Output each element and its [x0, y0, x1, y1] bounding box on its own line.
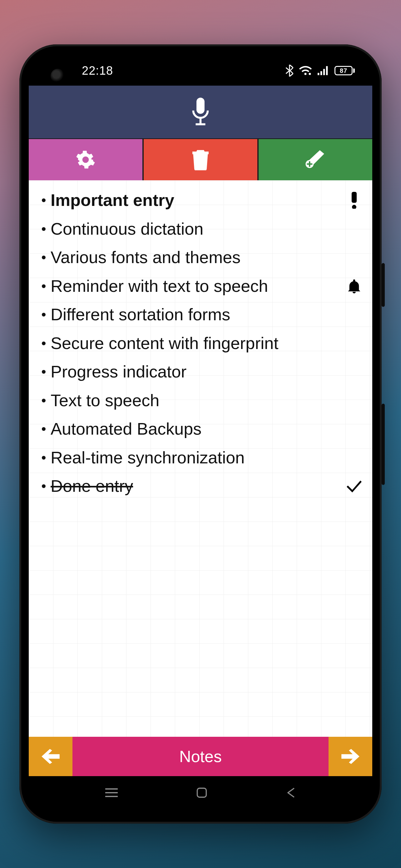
arrow-left-icon — [41, 749, 60, 764]
delete-button[interactable] — [144, 139, 259, 180]
note-text: Real-time synchronization — [51, 447, 345, 468]
prev-list-button[interactable] — [29, 737, 72, 776]
note-item[interactable]: •Continuous dictation — [29, 215, 372, 243]
battery-indicator: 87 — [334, 66, 355, 75]
svg-rect-5 — [196, 97, 205, 114]
gear-icon — [76, 150, 95, 169]
note-item[interactable]: •Automated Backups — [29, 415, 372, 443]
home-icon[interactable] — [196, 787, 207, 798]
signal-icon — [318, 66, 329, 75]
bullet-icon: • — [37, 449, 51, 466]
note-item[interactable]: •Done entry — [29, 472, 372, 501]
note-item[interactable]: •Important entry — [29, 186, 372, 215]
bottom-nav: Notes — [29, 737, 372, 776]
wifi-icon — [299, 66, 312, 75]
note-text: Important entry — [51, 190, 345, 211]
android-nav-bar — [29, 776, 372, 809]
note-badge — [345, 480, 363, 492]
settings-button[interactable] — [29, 139, 144, 180]
svg-point-0 — [309, 73, 311, 75]
note-text: Different sortation forms — [51, 304, 345, 325]
bullet-icon: • — [37, 191, 51, 209]
bullet-icon: • — [37, 220, 51, 238]
recent-apps-icon[interactable] — [105, 788, 118, 798]
action-bar — [29, 139, 372, 180]
bullet-icon: • — [37, 363, 51, 380]
note-badge — [345, 278, 363, 293]
note-item[interactable]: •Text to speech — [29, 386, 372, 415]
bullet-icon: • — [37, 335, 51, 352]
screen: 22:18 87 — [29, 56, 372, 809]
bullet-icon: • — [37, 277, 51, 294]
svg-rect-14 — [197, 788, 206, 797]
front-camera — [51, 69, 65, 83]
svg-rect-3 — [323, 69, 325, 75]
note-text: Text to speech — [51, 390, 345, 411]
bullet-icon: • — [37, 392, 51, 409]
bullet-icon: • — [37, 477, 51, 495]
clock: 22:18 — [82, 64, 286, 78]
bullet-icon: • — [37, 420, 51, 437]
side-button — [381, 404, 385, 485]
phone-frame: 22:18 87 — [20, 44, 381, 824]
bullet-icon: • — [37, 306, 51, 323]
battery-level: 87 — [340, 67, 347, 74]
list-title[interactable]: Notes — [72, 737, 329, 776]
note-item[interactable]: •Reminder with text to speech — [29, 272, 372, 301]
note-badge — [345, 192, 363, 209]
pencil-plus-icon — [304, 150, 326, 170]
next-list-button[interactable] — [329, 737, 372, 776]
back-icon[interactable] — [286, 787, 296, 798]
note-text: Continuous dictation — [51, 218, 345, 240]
microphone-icon — [191, 97, 210, 127]
svg-rect-2 — [321, 71, 322, 75]
dictation-bar[interactable] — [29, 86, 372, 139]
note-item[interactable]: •Various fonts and themes — [29, 243, 372, 272]
note-text: Various fonts and themes — [51, 247, 345, 268]
status-bar: 22:18 87 — [29, 56, 372, 86]
note-item[interactable]: •Progress indicator — [29, 358, 372, 386]
svg-point-10 — [352, 205, 356, 208]
side-button — [381, 263, 385, 307]
note-item[interactable]: •Different sortation forms — [29, 300, 372, 329]
trash-icon — [192, 149, 209, 170]
note-text: Secure content with fingerprint — [51, 333, 345, 354]
bluetooth-icon — [286, 65, 293, 76]
note-text: Progress indicator — [51, 361, 345, 382]
svg-rect-4 — [326, 66, 328, 75]
note-item[interactable]: •Secure content with fingerprint — [29, 329, 372, 358]
arrow-right-icon — [341, 749, 360, 764]
svg-rect-1 — [318, 73, 319, 75]
note-text: Automated Backups — [51, 418, 345, 440]
note-item[interactable]: •Real-time synchronization — [29, 443, 372, 472]
notes-list[interactable]: •Important entry•Continuous dictation•Va… — [29, 180, 372, 737]
note-text: Reminder with text to speech — [51, 276, 345, 297]
bullet-icon: • — [37, 249, 51, 266]
svg-rect-9 — [352, 192, 357, 203]
note-text: Done entry — [51, 475, 345, 497]
status-icons: 87 — [286, 65, 355, 76]
new-note-button[interactable] — [259, 139, 372, 180]
